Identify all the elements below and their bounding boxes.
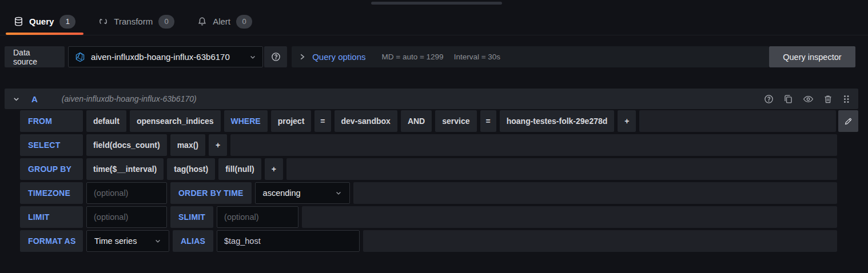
influxql-query-builder: FROM default opensearch_indices WHERE pr…	[20, 110, 858, 254]
row-filler	[639, 110, 836, 132]
row-filler	[363, 230, 837, 252]
order-by-time-select[interactable]: ascending	[255, 182, 350, 204]
tab-query-label: Query	[29, 17, 54, 26]
query-refid: A	[31, 94, 38, 104]
where-add-condition-button[interactable]: +	[618, 110, 636, 132]
database-icon	[14, 17, 23, 26]
hide-query-eye-icon[interactable]	[803, 94, 814, 104]
alias-keyword: ALIAS	[173, 230, 213, 252]
datasource-row: Data source aiven-influxdb-hoang-influx-…	[5, 46, 855, 67]
query-datasource-hint: (aiven-influxdb-hoang-influx-63b6170)	[62, 94, 197, 103]
tab-query-count: 1	[59, 15, 75, 29]
tab-alert[interactable]: Alert 0	[189, 8, 260, 35]
select-aggregation-segment[interactable]: max()	[170, 134, 205, 156]
grafana-panel-editor: Query 1 Transform 0	[0, 0, 868, 273]
group-by-row: GROUP BY time($__interval) tag(host) fil…	[20, 158, 858, 180]
remove-query-trash-icon[interactable]	[823, 94, 833, 104]
datasource-picker[interactable]: aiven-influxdb-hoang-influx-63b6170	[68, 46, 263, 67]
where-keyword: WHERE	[224, 110, 268, 132]
editor-tabbar: Query 1 Transform 0	[0, 0, 868, 35]
drag-grip-icon[interactable]	[842, 94, 850, 104]
timezone-row: TIMEZONE ORDER BY TIME ascending	[20, 182, 858, 204]
datasource-picker-value: aiven-influxdb-hoang-influx-63b6170	[91, 52, 230, 62]
datasource-help-button[interactable]	[264, 46, 287, 67]
pencil-icon	[844, 117, 853, 126]
chevron-down-icon	[154, 238, 161, 244]
select-row: SELECT field(docs_count) max() +	[20, 134, 858, 156]
query-options-label: Query options	[312, 52, 365, 62]
question-circle-icon	[271, 52, 281, 62]
row-filler	[353, 182, 837, 204]
process-arrows-icon	[98, 17, 108, 26]
timezone-input[interactable]	[86, 182, 167, 204]
where-operator-2[interactable]: =	[480, 110, 496, 132]
collapse-chevron-icon[interactable]	[13, 95, 20, 103]
retention-policy-segment[interactable]: default	[86, 110, 126, 132]
format-as-keyword: FORMAT AS	[20, 230, 83, 252]
where-tag-value-1[interactable]: dev-sandbox	[335, 110, 397, 132]
row-filler	[302, 206, 837, 228]
where-condition[interactable]: AND	[401, 110, 432, 132]
tab-transform-label: Transform	[114, 17, 153, 26]
limit-input[interactable]	[86, 206, 167, 228]
where-tag-key-1[interactable]: project	[271, 110, 312, 132]
query-help-icon[interactable]	[764, 94, 774, 104]
bell-icon	[197, 17, 207, 26]
where-tag-key-2[interactable]: service	[435, 110, 476, 132]
group-by-time-segment[interactable]: time($__interval)	[86, 158, 164, 180]
slimit-input[interactable]	[217, 206, 298, 228]
tab-alert-count: 0	[236, 15, 252, 29]
where-operator-1[interactable]: =	[314, 110, 331, 132]
query-header[interactable]: A (aiven-influxdb-hoang-influx-63b6170)	[5, 89, 858, 109]
max-data-points-value: MD = auto = 1299	[382, 53, 444, 61]
tab-transform-count: 0	[158, 15, 174, 29]
select-keyword: SELECT	[20, 134, 83, 156]
group-by-fill-segment[interactable]: fill(null)	[218, 158, 261, 180]
from-keyword: FROM	[20, 110, 83, 132]
row-filler	[230, 134, 837, 156]
tab-transform[interactable]: Transform 0	[90, 8, 182, 35]
where-tag-value-2[interactable]: hoang-testes-folk-29e278d	[500, 110, 615, 132]
group-by-tag-segment[interactable]: tag(host)	[167, 158, 215, 180]
group-by-add-button[interactable]: +	[265, 158, 283, 180]
query-inspector-button[interactable]: Query inspector	[769, 46, 855, 67]
angle-right-icon	[299, 53, 305, 61]
chevron-down-icon	[249, 54, 256, 61]
from-row: FROM default opensearch_indices WHERE pr…	[20, 110, 858, 132]
order-by-time-keyword: ORDER BY TIME	[170, 182, 252, 204]
alias-input[interactable]	[217, 230, 360, 252]
tab-query[interactable]: Query 1	[6, 8, 83, 35]
query-options-bar[interactable]: Query options MD = auto = 1299 Interval …	[292, 46, 769, 67]
interval-value: Interval = 30s	[454, 53, 500, 61]
slimit-keyword: SLIMIT	[170, 206, 213, 228]
chevron-down-icon	[335, 190, 342, 196]
toggle-text-edit-mode-button[interactable]	[838, 110, 858, 132]
datasource-label: Data source	[5, 46, 65, 67]
row-filler	[286, 158, 837, 180]
limit-keyword: LIMIT	[20, 206, 83, 228]
limit-row: LIMIT SLIMIT	[20, 206, 858, 228]
order-by-time-value: ascending	[263, 188, 301, 198]
format-as-select[interactable]: Time series	[86, 230, 169, 252]
active-tab-underline	[6, 33, 83, 35]
tab-alert-label: Alert	[213, 17, 230, 26]
influxdb-logo	[75, 52, 85, 62]
select-field-segment[interactable]: field(docs_count)	[86, 134, 167, 156]
format-as-value: Time series	[94, 236, 137, 246]
measurement-segment[interactable]: opensearch_indices	[130, 110, 221, 132]
group-by-keyword: GROUP BY	[20, 158, 83, 180]
query-actions	[764, 94, 850, 104]
select-add-button[interactable]: +	[209, 134, 227, 156]
duplicate-query-icon[interactable]	[783, 94, 793, 104]
format-as-row: FORMAT AS Time series ALIAS	[20, 230, 858, 252]
timezone-keyword: TIMEZONE	[20, 182, 83, 204]
